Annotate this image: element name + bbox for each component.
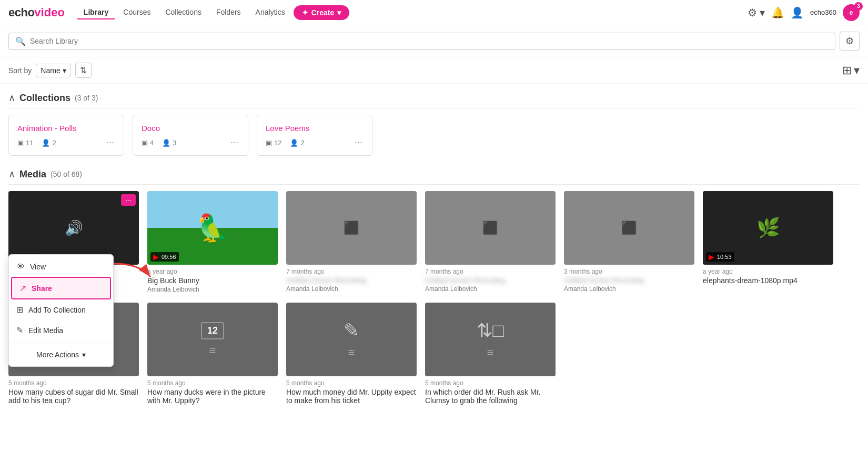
collection-more-button[interactable]: ··· [103,136,117,149]
media-card[interactable]: 🌿 ▶ 10:53 a year ago elephants-dream-108… [703,191,833,294]
create-button[interactable]: ✦ Create ▾ [294,5,350,20]
media-info: 7 months ago Untitled Screen Recording A… [286,265,417,294]
media-section-header: ∧ Media (50 of 68) [8,168,860,185]
collections-toggle[interactable]: ∧ [8,92,15,104]
nav-library[interactable]: Library [77,6,115,19]
more-actions-button[interactable]: More Actions ▾ [9,345,113,364]
collection-user-count: 👤 2 [42,139,56,147]
edit-thumb: ✎ ≡ [286,303,417,376]
media-thumbnail: 12 ≡ [147,303,278,376]
media-grid: 🔊 🔊 01:45 ··· 👁 View ↗ [8,191,860,407]
media-info: 5 months ago How many ducks were in the … [147,376,278,407]
top-navigation: echovideo Library Courses Collections Fo… [0,0,868,25]
media-card[interactable]: ⬛ 7 months ago Untitled Screen Recording… [286,191,417,294]
edit-icon: ✎ [16,325,23,335]
collection-user-count: 👤 2 [290,139,304,147]
dropdown-view[interactable]: 👁 View [9,257,113,277]
media-date: a year ago [147,268,278,275]
topnav-right: ⚙ ▾ 🔔 👤 echo360 e 3 [748,4,860,21]
sort-row: Sort by Name ▾ ⇅ ⊞ ▾ [0,57,868,84]
sort-icon: ⇅□ [477,319,504,342]
avatar[interactable]: e 3 [843,4,860,21]
media-thumbnail: ⬛ [286,191,417,265]
collection-card[interactable]: Love Poems ▣ 12 👤 2 ··· [257,115,372,156]
media-toggle[interactable]: ∧ [8,168,15,180]
media-thumbnail: ⇅□ ≡ [425,303,556,376]
collection-more-button[interactable]: ··· [351,136,366,149]
collections-section-header: ∧ Collections (3 of 3) [8,92,860,108]
nav-collections[interactable]: Collections [159,6,207,19]
media-date: 5 months ago [425,379,556,387]
sort-thumb: ⇅□ ≡ [425,303,556,376]
screen-thumb: ⬛ [425,191,556,265]
collection-media-count: ▣ 4 [142,139,154,147]
media-thumbnail: 🦜 ▶ 09:56 [147,191,278,265]
media-card[interactable]: 🦜 ▶ 09:56 a year ago Big Buck Bunny Aman… [147,191,278,294]
collection-meta: ▣ 11 👤 2 [17,139,115,147]
user-icon: 👤 [290,139,298,147]
media-info: 5 months ago How much money did Mr. Uppi… [286,376,417,407]
media-thumbnail: ⬛ [564,191,694,265]
account-icon[interactable]: 👤 [791,6,804,19]
collections-grid: Animation - Polls ▣ 11 👤 2 ··· Doco ▣ 4 [8,115,860,156]
sort-select[interactable]: Name ▾ [36,64,70,77]
collection-add-icon: ⊞ [16,305,23,315]
media-info: 5 months ago In which order did Mr. Rush… [425,376,556,407]
media-info: a year ago Big Buck Bunny Amanda Leibovi… [147,265,278,294]
media-thumbnail: ✎ ≡ [286,303,417,376]
media-date: 5 months ago [147,379,278,387]
media-title-text: In which order did Mr. Rush ask Mr. Clum… [425,388,556,405]
search-input[interactable] [30,37,829,45]
collection-meta: ▣ 12 👤 2 [266,139,364,147]
settings-icon[interactable]: ⚙ ▾ [748,6,765,19]
user-icon: 👤 [42,139,50,147]
search-bar-container: 🔍 ⚙ [0,25,868,57]
collection-media-count: ▣ 12 [266,139,281,147]
media-author: Amanda Leibovich [564,285,694,293]
collection-more-button[interactable]: ··· [227,136,241,149]
collection-card[interactable]: Animation - Polls ▣ 11 👤 2 ··· [8,115,124,156]
dropdown-edit-media[interactable]: ✎ Edit Media [9,320,113,340]
logo[interactable]: echovideo [8,6,65,19]
media-icon: ▣ [266,139,272,147]
media-duration: ▶ 10:53 [706,252,734,262]
media-info: 3 months ago Untitled Screen Recording A… [564,265,694,294]
media-card[interactable]: ⬛ 3 months ago Untitled Screen Recording… [564,191,694,294]
media-date: 5 months ago [286,379,417,387]
collection-name: Doco [142,124,239,133]
media-count: (50 of 68) [51,170,82,178]
media-more-button[interactable]: ··· [121,194,136,206]
youtube-icon: ▶ [153,253,159,261]
media-author: Amanda Leibovich [147,286,278,293]
nav-analytics[interactable]: Analytics [249,6,291,19]
media-card[interactable]: ✎ ≡ 5 months ago How much money did Mr. … [286,303,417,407]
nav-courses[interactable]: Courses [117,6,157,19]
sort-order-button[interactable]: ⇅ [75,63,92,78]
media-date: 7 months ago [286,268,417,275]
media-card[interactable]: 12 ≡ 5 months ago How many ducks were in… [147,303,278,407]
chevron-down-icon: ▾ [63,66,66,75]
nav-folders[interactable]: Folders [210,6,247,19]
dropdown-share[interactable]: ↗ Share [11,277,111,299]
media-title: Media [19,169,46,180]
media-info: 5 months ago How many cubes of sugar did… [8,376,139,407]
chevron-down-icon: ▾ [337,8,341,17]
grid-toggle[interactable]: ⊞ ▾ [842,64,860,77]
media-info: a year ago elephants-dream-1080p.mp4 [703,265,833,287]
quiz-badge: 12 [201,322,224,339]
dropdown-add-to-collection[interactable]: ⊞ Add To Collection [9,299,113,320]
collection-card[interactable]: Doco ▣ 4 👤 3 ··· [133,115,248,156]
notifications-icon[interactable]: 🔔 [771,6,784,19]
media-card[interactable]: ⇅□ ≡ 5 months ago In which order did Mr.… [425,303,556,407]
filter-button[interactable]: ⚙ [840,32,860,51]
media-card[interactable]: ⬛ 7 months ago Untitled Screen Recording… [425,191,556,294]
media-card[interactable]: 🔊 🔊 01:45 ··· 👁 View ↗ [8,191,139,294]
media-title-text: elephants-dream-1080p.mp4 [703,276,833,285]
media-date: 3 months ago [564,268,694,275]
collection-user-count: 👤 3 [162,139,176,147]
user-icon: 👤 [162,139,170,147]
media-title-text: How many ducks were in the picture with … [147,388,278,405]
sort-left: Sort by Name ▾ ⇅ [8,63,92,78]
media-title-text: Untitled Screen Recording [425,276,556,284]
avatar-letter: e [850,9,853,16]
